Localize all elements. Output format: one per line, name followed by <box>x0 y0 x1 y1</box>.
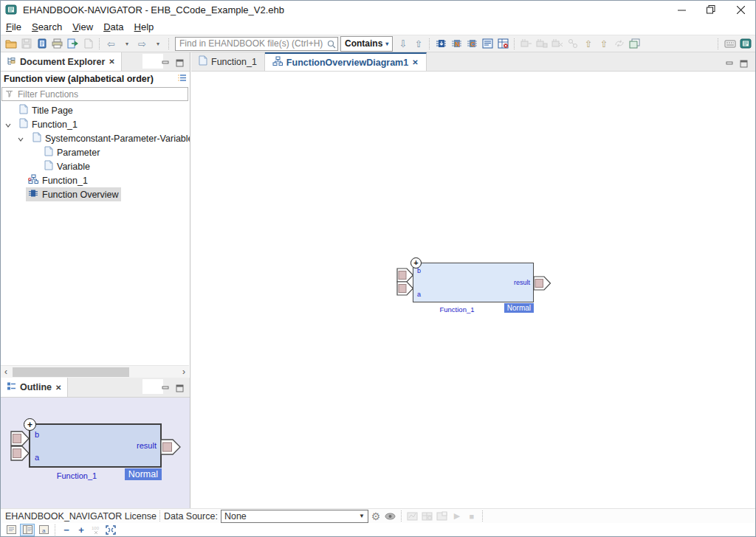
svg-text:C: C <box>470 41 475 48</box>
minimize-panel-icon[interactable] <box>162 57 170 70</box>
close-outline-icon[interactable]: ✕ <box>55 384 61 392</box>
show-net-icon[interactable]: N <box>450 36 464 51</box>
tree-item-function-overview[interactable]: Function Overview <box>1 187 190 201</box>
toolbar-separator <box>99 38 100 49</box>
document-explorer-panel: Document Explorer ✕ Function view (alpha… <box>1 52 190 508</box>
scrollbar-thumb[interactable] <box>13 367 129 377</box>
status-badge: Normal <box>125 468 162 480</box>
print-icon[interactable] <box>50 36 64 51</box>
menu-search[interactable]: Search <box>27 20 67 34</box>
chevron-down-icon[interactable] <box>4 121 12 131</box>
copy-view-icon[interactable] <box>628 36 642 51</box>
output-port-icon[interactable] <box>533 276 551 294</box>
tab-function-1[interactable]: Function_1 <box>191 52 265 71</box>
fit-to-view-icon[interactable] <box>104 523 117 536</box>
tab-document-explorer[interactable]: Document Explorer ✕ <box>1 52 122 71</box>
search-icon <box>327 38 336 52</box>
close-tab-icon[interactable]: ✕ <box>412 58 418 66</box>
upload-all-icon[interactable]: ⇧ <box>597 36 611 51</box>
tree-item-variable[interactable]: Variable <box>1 159 190 173</box>
open-handbook-icon[interactable] <box>35 36 49 51</box>
tree-item-function-1[interactable]: Function_1 <box>1 117 190 131</box>
output-port-icon[interactable] <box>160 439 182 458</box>
explorer-tabstrip: Document Explorer ✕ <box>1 52 190 72</box>
filter-input[interactable] <box>16 88 188 100</box>
upload-labels-icon[interactable]: ⇧ <box>581 36 595 51</box>
svg-text:c: c <box>28 176 32 182</box>
scroll-left-icon[interactable]: ‹ <box>1 367 11 378</box>
navigate-back-icon[interactable]: ⇦ <box>104 36 118 51</box>
diagram-canvas[interactable]: + b a result Normal Function_1 <box>191 72 755 508</box>
zoom-out-icon[interactable]: − <box>60 523 73 536</box>
table-config-icon[interactable] <box>496 36 510 51</box>
menu-bar: File Search View Data Help <box>1 18 755 35</box>
menu-file[interactable]: File <box>1 20 27 34</box>
measure-remove-icon <box>550 36 564 51</box>
title-bar: EHANDBOOK-NAVIGATOR - EHB_CCode_Example_… <box>1 1 755 18</box>
status-bar: EHANDBOOK_NAVIGATOR License Data Source:… <box>1 508 755 523</box>
goto-function-icon[interactable] <box>434 36 448 51</box>
show-code-icon[interactable]: C <box>465 36 479 51</box>
tree-item-function-1-diagram[interactable]: cFunction_1 <box>1 173 190 187</box>
input-port-icon[interactable] <box>10 446 30 464</box>
search-input[interactable] <box>175 37 338 51</box>
tab-function-overview-diagram[interactable]: FunctionOverviewDiagram1 ✕ <box>265 52 427 71</box>
stop-measurement-icon: ■ <box>465 510 478 523</box>
function-block[interactable]: + b a result Normal Function_1 <box>413 263 534 302</box>
restore-button[interactable] <box>696 1 726 18</box>
document-icon <box>44 146 53 159</box>
maximize-panel-icon[interactable] <box>176 382 184 395</box>
menu-view[interactable]: View <box>67 20 98 34</box>
function-overview-icon <box>28 188 38 201</box>
experiment-icon <box>406 510 419 523</box>
view-toolbar-area <box>142 54 163 69</box>
scroll-right-icon[interactable]: › <box>179 367 189 378</box>
tab-outline[interactable]: Outline ✕ <box>1 378 68 397</box>
single-page-view-icon[interactable] <box>4 524 18 536</box>
navigate-forward-icon[interactable]: ⇨ <box>135 36 149 51</box>
about-logo-icon[interactable] <box>738 36 752 51</box>
chevron-down-icon[interactable] <box>17 135 24 145</box>
maximize-editor-icon[interactable] <box>740 58 748 71</box>
export-pdf-icon <box>81 36 95 51</box>
status-separator <box>401 510 402 522</box>
search-next-icon[interactable]: ⇩ <box>396 36 410 51</box>
properties-view-icon[interactable] <box>481 36 495 51</box>
tree-item-systemconstant[interactable]: Systemconstant-Parameter-Variable-Cl <box>1 131 190 145</box>
search-previous-icon[interactable]: ⇧ <box>411 36 425 51</box>
menu-help[interactable]: Help <box>129 20 159 34</box>
keyboard-shortcuts-icon[interactable] <box>723 36 737 51</box>
maximize-panel-icon[interactable] <box>176 57 184 70</box>
svg-text:100: 100 <box>92 526 100 530</box>
minimize-button[interactable] <box>667 1 696 18</box>
toolbar-separator <box>718 38 719 49</box>
zoom-in-icon[interactable]: + <box>75 523 88 536</box>
input-port-icon[interactable] <box>396 281 414 299</box>
minimize-panel-icon[interactable] <box>162 382 170 395</box>
sync-icon <box>612 36 626 51</box>
view-menu-icon[interactable] <box>177 74 187 84</box>
outline-function-block[interactable]: + b a result Normal Function_1 <box>29 423 162 468</box>
navigate-forward-menu-icon[interactable]: ▾ <box>151 36 165 51</box>
close-explorer-icon[interactable]: ✕ <box>109 58 114 66</box>
explorer-tree-icon <box>7 56 16 68</box>
app-logo-icon <box>4 2 18 17</box>
export-icon[interactable] <box>66 36 80 51</box>
minimize-editor-icon[interactable] <box>726 58 734 71</box>
tree-item-parameter[interactable]: Parameter <box>1 145 190 159</box>
outline-view[interactable]: + b a result Normal Function_1 <box>1 398 190 508</box>
page-preview-icon[interactable]: a <box>36 524 51 536</box>
status-badge: Normal <box>504 303 534 313</box>
close-button[interactable] <box>726 1 755 18</box>
split-view-icon[interactable] <box>20 524 35 536</box>
outline-tabstrip: Outline ✕ <box>1 378 190 398</box>
visibility-icon[interactable] <box>384 510 397 523</box>
search-mode-dropdown[interactable]: Contains▾ <box>340 36 393 52</box>
open-file-icon[interactable] <box>4 36 18 51</box>
tree-item-title-page[interactable]: Title Page <box>1 103 190 117</box>
datasource-select[interactable]: None ▼ <box>221 510 368 523</box>
expand-block-icon[interactable]: + <box>24 418 36 431</box>
navigate-back-menu-icon[interactable]: ▾ <box>120 36 134 51</box>
menu-data[interactable]: Data <box>98 20 128 34</box>
datasource-settings-icon[interactable]: ⚙ <box>369 510 382 523</box>
